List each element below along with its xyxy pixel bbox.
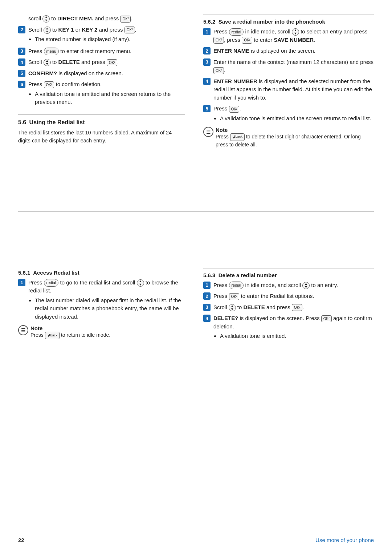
step-content-6: Press OK/ to confirm deletion. A validat… <box>28 80 185 107</box>
step-content-563-3: Scroll ▲▼ to DELETE and press OK/. <box>213 303 374 312</box>
section-561-number: 5.6.1 <box>18 270 30 276</box>
step-badge-562-1: 1 <box>203 28 211 35</box>
step-item-6: 6 Press OK/ to confirm deletion. A valid… <box>18 80 185 107</box>
step-561-1-bullet-1: The last number dialed will appear first… <box>35 296 185 321</box>
back-btn-562: ↲back <box>230 133 245 141</box>
step-563-4: 4 DELETE? is displayed on the screen. Pr… <box>203 314 374 341</box>
section-561-steps: 1 Press redial to go to the redial list … <box>18 279 185 322</box>
step-badge-3: 3 <box>18 48 25 55</box>
note-562-content: Note Press ↲back to delete the last digi… <box>216 127 374 149</box>
step-561-1-bullets: The last number dialed will appear first… <box>28 296 185 321</box>
step-content-3: Press menu to enter direct memory menu. <box>28 47 185 56</box>
scroll-icon-563-1: ▲▼ <box>302 282 310 289</box>
ok-btn-562-1b: OK/ <box>242 37 252 44</box>
step-badge-563-3: 3 <box>203 304 211 311</box>
step-6-bullets: A validation tone is emitted and the scr… <box>28 90 185 106</box>
back-btn-561: ↲back <box>45 332 60 339</box>
step-562-5-bullet-1: A validation tone is emitted and the scr… <box>220 114 374 123</box>
step-content-563-4: DELETE? is displayed on the screen. Pres… <box>213 314 374 341</box>
bottom-right-section: 5.6.3 Delete a redial number 1 Press red… <box>196 263 374 391</box>
note-icon-562: ☰ <box>203 127 213 137</box>
step-item-5: 5 CONFIRM? is displayed on the screen. <box>18 69 185 78</box>
direct-mem-text: DIRECT MEM. <box>57 15 93 21</box>
ok-button-icon-6: OK/ <box>44 81 54 88</box>
section-562-title: Save a redial number into the phonebook <box>219 19 325 25</box>
ok-button-icon-2: OK/ <box>124 27 135 33</box>
scroll-icon-4: ▲▼ <box>44 59 51 66</box>
step-content-562-1: Press redial in idle mode, scroll ▲▼ to … <box>213 28 374 44</box>
note-562-title: Note <box>216 127 374 133</box>
step-badge-562-3: 3 <box>203 58 211 66</box>
page-footer: 22 Use more of your phone <box>0 537 392 543</box>
step-2-bullet-1: The stored number is displayed (if any). <box>35 35 185 44</box>
note-562: ☰ Note Press ↲back to delete the last di… <box>203 127 374 149</box>
step-badge-561-1: 1 <box>18 279 25 286</box>
section-563-number: 5.6.3 <box>203 272 215 278</box>
note-561-title: Note <box>30 325 110 331</box>
step-content-4: Scroll ▲▼ to DELETE and press OK/. <box>28 58 185 66</box>
section-563-steps: 1 Press redial in idle mode, and scroll … <box>203 281 374 341</box>
ok-btn-562-5: OK/ <box>229 106 240 113</box>
step-562-3: 3 Enter the name of the contact (maximum… <box>203 58 374 74</box>
step-2-bullets: The stored number is displayed (if any). <box>28 35 185 44</box>
note-icon-561: ☰ <box>18 325 28 335</box>
redial-btn-563-1: redial <box>229 282 244 289</box>
right-top-section: 5.6.2 Save a redial number into the phon… <box>196 15 374 205</box>
step-badge-6: 6 <box>18 81 25 88</box>
step-content-561-1: Press redial to go to the redial list an… <box>28 279 185 322</box>
ok-btn-562-3: OK/ <box>213 67 224 74</box>
step-563-3: 3 Scroll ▲▼ to DELETE and press OK/. <box>203 303 374 312</box>
step-562-5: 5 Press OK/. A validation tone is emitte… <box>203 105 374 123</box>
footer-tagline: Use more of your phone <box>315 537 374 543</box>
step-563-1: 1 Press redial in idle mode, and scroll … <box>203 281 374 290</box>
section-561-header: 5.6.1 Access Redial list <box>18 270 185 276</box>
page-number: 22 <box>18 537 24 543</box>
ok-btn-563-3: OK/ <box>292 304 302 311</box>
note-561-text: Press ↲back to return to idle mode. <box>30 332 110 338</box>
ok-button-icon-1: OK/ <box>120 16 131 23</box>
redial-btn-561-1: redial <box>44 279 59 287</box>
middle-divider-row <box>18 205 374 263</box>
step-563-4-bullet-1: A validation tone is emitted. <box>220 332 374 340</box>
section-56-title: Using the Redial list <box>29 119 85 125</box>
ok-btn-563-2: OK/ <box>229 293 240 300</box>
section-562-number: 5.6.2 <box>203 19 215 25</box>
scroll-icon-561-1: ▲▼ <box>137 279 144 287</box>
middle-divider <box>18 211 374 212</box>
step-562-4: 4 ENTER NUMBER is displayed and the sele… <box>203 77 374 102</box>
note-561-content: Note Press ↲back to return to idle mode. <box>30 325 110 339</box>
section-56-number: 5.6 <box>18 119 26 125</box>
section-56-header: 5.6 Using the Redial list <box>18 119 185 126</box>
ok-btn-562-1a: OK/ <box>213 37 224 44</box>
section-562-header: 5.6.2 Save a redial number into the phon… <box>203 19 374 25</box>
step-badge-563-2: 2 <box>203 292 211 300</box>
step-content-563-2: Press OK/ to enter the Redial list optio… <box>213 292 374 300</box>
step-562-1: 1 Press redial in idle mode, scroll ▲▼ t… <box>203 28 374 44</box>
left-top-section: scroll ▲▼ to DIRECT MEM. and press OK/. … <box>18 15 196 205</box>
step-badge-5: 5 <box>18 70 25 77</box>
section-562-steps: 1 Press redial in idle mode, scroll ▲▼ t… <box>203 28 374 123</box>
scroll-icon-1: ▲▼ <box>42 15 50 23</box>
step-content-562-5: Press OK/. A validation tone is emitted … <box>213 105 374 123</box>
step-badge-563-1: 1 <box>203 282 211 289</box>
step-badge-4: 4 <box>18 58 25 66</box>
step-content-563-1: Press redial in idle mode, and scroll ▲▼… <box>213 281 374 290</box>
step-562-2: 2 ENTER NAME is displayed on the screen. <box>203 47 374 55</box>
step-item-2: 2 Scroll ▲▼ to KEY 1 or KEY 2 and press … <box>18 26 185 44</box>
bottom-left-section: 5.6.1 Access Redial list 1 Press redial … <box>18 263 196 391</box>
divider-56 <box>18 114 185 115</box>
step-563-4-bullets: A validation tone is emitted. <box>213 332 374 340</box>
step-badge-562-5: 5 <box>203 105 211 112</box>
scroll-icon-563-3: ▲▼ <box>229 304 236 311</box>
redial-button-562-1: redial <box>229 28 244 36</box>
section-56-intro: The redial list stores the last 10 numbe… <box>18 129 185 145</box>
step-item-4: 4 Scroll ▲▼ to DELETE and press OK/. <box>18 58 185 66</box>
step-content-562-3: Enter the name of the contact (maximum 1… <box>213 58 374 74</box>
step-content-562-2: ENTER NAME is displayed on the screen. <box>213 47 374 55</box>
section-561-title: Access Redial list <box>33 270 79 276</box>
step-badge-562-2: 2 <box>203 47 211 54</box>
step-content-2: Scroll ▲▼ to KEY 1 or KEY 2 and press OK… <box>28 26 185 44</box>
step-561-1: 1 Press redial to go to the redial list … <box>18 279 185 322</box>
ok-button-icon-4: OK/ <box>107 59 117 66</box>
scroll-icon-562-1: ▲▼ <box>292 28 299 36</box>
